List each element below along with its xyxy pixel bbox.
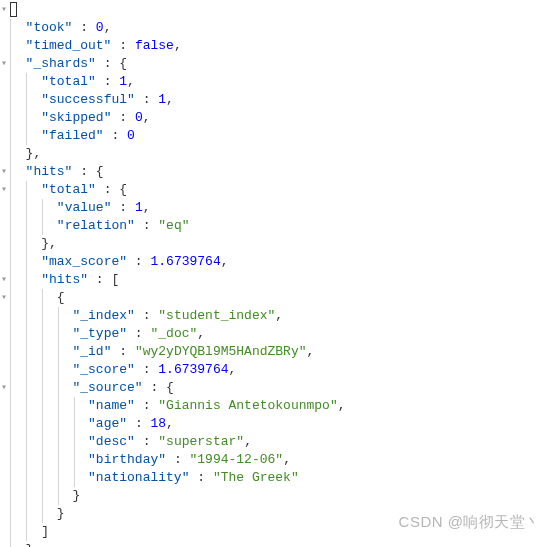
code-line <box>10 1 555 19</box>
code-line: "_shards" : { <box>10 55 555 73</box>
json-key: "successful" <box>41 92 135 107</box>
fold-toggle[interactable] <box>0 253 8 271</box>
fold-toggle[interactable] <box>0 127 8 145</box>
fold-toggle[interactable]: ▾ <box>0 1 8 19</box>
json-key: "_score" <box>72 362 134 377</box>
fold-toggle[interactable] <box>0 415 8 433</box>
code-line: "hits" : { <box>10 163 555 181</box>
code-line: "max_score" : 1.6739764, <box>10 253 555 271</box>
json-value: 1.6739764 <box>150 254 220 269</box>
json-value: "superstar" <box>158 434 244 449</box>
fold-toggle[interactable] <box>0 505 8 523</box>
code-line: "name" : "Giannis Antetokounmpo", <box>10 397 555 415</box>
code-line: "timed_out" : false, <box>10 37 555 55</box>
code-line: "took" : 0, <box>10 19 555 37</box>
fold-toggle[interactable] <box>0 325 8 343</box>
code-line: }, <box>10 235 555 253</box>
fold-toggle[interactable] <box>0 307 8 325</box>
json-value: 1 <box>158 92 166 107</box>
json-key: "max_score" <box>41 254 127 269</box>
code-line: } <box>10 505 555 523</box>
fold-toggle[interactable] <box>0 523 8 541</box>
json-value: 0 <box>96 20 104 35</box>
code-line: "total" : { <box>10 181 555 199</box>
json-value: "Giannis Antetokounmpo" <box>158 398 337 413</box>
fold-toggle[interactable] <box>0 397 8 415</box>
fold-toggle[interactable] <box>0 541 8 547</box>
json-key: "hits" <box>26 164 73 179</box>
json-code-view[interactable]: "took" : 0, "timed_out" : false, "_shard… <box>8 0 555 547</box>
fold-toggle[interactable] <box>0 109 8 127</box>
json-value: 0 <box>135 110 143 125</box>
code-line: "skipped" : 0, <box>10 109 555 127</box>
json-key: "relation" <box>57 218 135 233</box>
fold-gutter: ▾ ▾ ▾ ▾ ▾ ▾ ▾ <box>0 0 8 547</box>
code-line: "value" : 1, <box>10 199 555 217</box>
fold-toggle[interactable]: ▾ <box>0 181 8 199</box>
code-container: ▾ ▾ ▾ ▾ ▾ ▾ ▾ "took" : 0, "timed_out" : <box>0 0 555 547</box>
code-line: "_source" : { <box>10 379 555 397</box>
json-value: 18 <box>151 416 167 431</box>
fold-toggle[interactable] <box>0 361 8 379</box>
fold-toggle[interactable] <box>0 451 8 469</box>
json-key: "_index" <box>72 308 134 323</box>
json-key: "nationality" <box>88 470 189 485</box>
fold-toggle[interactable] <box>0 145 8 163</box>
code-line: } <box>10 541 555 547</box>
json-key: "skipped" <box>41 110 111 125</box>
json-key: "total" <box>41 74 96 89</box>
json-value: "student_index" <box>158 308 275 323</box>
json-key: "hits" <box>41 272 88 287</box>
code-line: "_score" : 1.6739764, <box>10 361 555 379</box>
json-value: 1 <box>135 200 143 215</box>
json-key: "failed" <box>41 128 103 143</box>
fold-toggle[interactable] <box>0 487 8 505</box>
json-value: "The Greek" <box>213 470 299 485</box>
fold-toggle[interactable]: ▾ <box>0 271 8 289</box>
cursor <box>10 2 17 17</box>
fold-toggle[interactable] <box>0 343 8 361</box>
json-key: "value" <box>57 200 112 215</box>
json-value: 1.6739764 <box>158 362 228 377</box>
fold-toggle[interactable]: ▾ <box>0 163 8 181</box>
code-line: "_type" : "_doc", <box>10 325 555 343</box>
json-key: "_source" <box>72 380 142 395</box>
json-value: 1 <box>119 74 127 89</box>
code-line: "failed" : 0 <box>10 127 555 145</box>
json-key: "timed_out" <box>26 38 112 53</box>
json-value: "1994-12-06" <box>190 452 284 467</box>
fold-toggle[interactable] <box>0 469 8 487</box>
fold-toggle[interactable] <box>0 37 8 55</box>
fold-toggle[interactable]: ▾ <box>0 289 8 307</box>
json-key: "birthday" <box>88 452 166 467</box>
fold-toggle[interactable]: ▾ <box>0 379 8 397</box>
json-key: "_type" <box>72 326 127 341</box>
code-line: "total" : 1, <box>10 73 555 91</box>
json-key: "name" <box>88 398 135 413</box>
fold-toggle[interactable]: ▾ <box>0 55 8 73</box>
code-line: "age" : 18, <box>10 415 555 433</box>
code-line: } <box>10 487 555 505</box>
fold-toggle[interactable] <box>0 91 8 109</box>
json-key: "total" <box>41 182 96 197</box>
json-key: "age" <box>88 416 127 431</box>
code-line: "successful" : 1, <box>10 91 555 109</box>
fold-toggle[interactable] <box>0 235 8 253</box>
code-line: "desc" : "superstar", <box>10 433 555 451</box>
json-key: "_id" <box>72 344 111 359</box>
code-line: "hits" : [ <box>10 271 555 289</box>
fold-toggle[interactable] <box>0 217 8 235</box>
json-key: "took" <box>26 20 73 35</box>
json-value: "_doc" <box>150 326 197 341</box>
fold-toggle[interactable] <box>0 199 8 217</box>
fold-toggle[interactable] <box>0 433 8 451</box>
json-key: "_shards" <box>26 56 96 71</box>
json-value: 0 <box>127 128 135 143</box>
json-value: "eq" <box>158 218 189 233</box>
fold-toggle[interactable] <box>0 73 8 91</box>
code-line: "nationality" : "The Greek" <box>10 469 555 487</box>
json-value: "wy2yDYQBl9M5HAndZBRy" <box>135 344 307 359</box>
fold-toggle[interactable] <box>0 19 8 37</box>
code-line: "_id" : "wy2yDYQBl9M5HAndZBRy", <box>10 343 555 361</box>
code-line: "birthday" : "1994-12-06", <box>10 451 555 469</box>
